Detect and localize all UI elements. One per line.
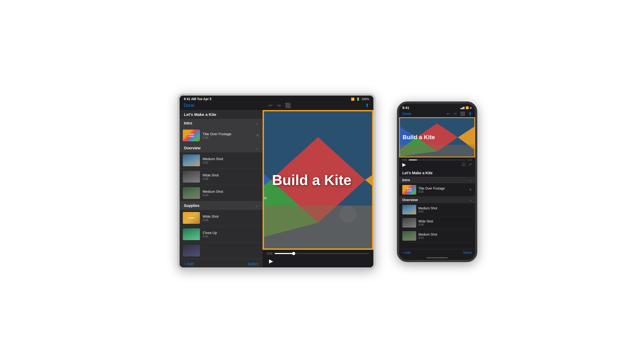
ipad-clip-supplies-3[interactable] <box>180 243 263 259</box>
iphone-bottom-bar: + Add Select <box>399 249 475 256</box>
iphone-play-button[interactable]: ▶ <box>402 162 406 168</box>
iphone-progress-bar[interactable] <box>409 160 466 160</box>
ipad-section-overview[interactable]: Overview ⌄ <box>180 144 263 152</box>
ipad-clip-name-sup2: Close Up <box>203 231 259 235</box>
iphone-device: 9:41 📶 ▰ Done ↩ ↪ ⬛ ⬆ <box>397 101 477 262</box>
ipad-clip-overview-2[interactable]: Wide Shot 0:08 <box>180 169 263 185</box>
ipad-play-button[interactable]: ▶ <box>267 257 275 265</box>
iphone-list: Let's Make a Kite Intro ⌄ Builda Kite Ti… <box>399 169 475 249</box>
wifi-icon: 📶 <box>351 97 355 101</box>
ipad-status-right: 📶 🔋 100% <box>351 97 369 101</box>
ipad-clip-name-ov3: Medium Shot <box>203 190 259 194</box>
ipad-clip-duration-ov1: 0:02 <box>203 161 259 164</box>
iphone-edit-icon-intro[interactable]: ✎ <box>469 188 472 192</box>
iphone-clip-overview-2[interactable]: Wide Shot 0:08 <box>399 216 475 229</box>
ipad-video-frame: Build a Kite <box>263 110 373 250</box>
signal-bar-3 <box>463 107 463 109</box>
clip-icon[interactable]: ⬛ <box>285 103 291 108</box>
ipad-clip-duration-ov2: 0:08 <box>203 177 259 180</box>
ipad-video-content: Build a Kite <box>264 111 372 248</box>
iphone-clip-thumb-ov2 <box>402 218 416 228</box>
ipad-clip-name-sup1: Wide Shot <box>203 214 259 218</box>
ipad-clip-info-sup2: Close Up 0:04 <box>203 231 259 238</box>
ipad-section-intro[interactable]: Intro ⌄ <box>180 119 263 127</box>
battery-icon: 🔋 <box>356 97 360 101</box>
iphone-done-button[interactable]: Done <box>402 112 411 116</box>
ipad-clip-supplies-2[interactable]: Close Up 0:04 <box>180 226 263 243</box>
iphone-progress-fill <box>409 160 417 160</box>
ipad-select-button[interactable]: Select <box>248 262 258 266</box>
iphone-clip-name-ov3: Medium Shot <box>418 233 472 236</box>
iphone-fullscreen-icon[interactable]: ⤢ <box>469 162 472 167</box>
ipad-clip-name-1: Title Over Footage <box>203 132 253 136</box>
ipad-section-intro-title: Intro <box>184 121 192 125</box>
ipad-clip-overview-3[interactable]: Medium Shot 0:03 <box>180 185 263 201</box>
ipad-clip-overview-1[interactable]: Medium Shot 0:02 <box>180 152 263 169</box>
iphone-play-row: ▶ ⓘ ⤢ <box>402 161 472 168</box>
iphone-clip-thumb-intro: Builda Kite <box>402 185 416 195</box>
ipad-thumb-partial <box>183 245 200 256</box>
iphone-clip-thumb-ov1 <box>402 205 416 214</box>
iphone-section-overview-title: Overview <box>402 198 418 202</box>
ipad-preview-area: Build a Kite 0:02 <box>263 110 373 267</box>
undo-icon[interactable]: ↩ <box>268 103 272 108</box>
ipad-play-controls: ▶ <box>267 257 369 265</box>
iphone-section-overview[interactable]: Overview ⌄ <box>399 196 475 203</box>
ipad-sidebar: Let's Make a Kite Intro ⌄ Builda Kite <box>180 110 263 267</box>
ipad-progress-bar[interactable] <box>275 253 369 254</box>
ipad-clip-info-1: Title Over Footage 0:05 <box>203 132 253 139</box>
ipad-clip-thumb-kite: Builda Kite <box>183 130 200 141</box>
iphone-undo-icon[interactable]: ↩ <box>447 111 450 116</box>
iphone-clip-duration-ov3: 0:03 <box>418 236 472 239</box>
iphone-select-button[interactable]: Select <box>463 251 472 255</box>
iphone-video-frame: Build a Kite <box>399 117 475 157</box>
iphone-clip-info-ov3: Medium Shot 0:03 <box>418 233 472 239</box>
iphone-clip-intro-1[interactable]: Builda Kite Title Over Footage 0:05 ✎ <box>399 183 475 196</box>
iphone-time: 9:41 <box>402 106 409 110</box>
ipad-clip-duration-sup2: 0:04 <box>203 235 259 238</box>
ipad-section-overview-title: Overview <box>184 146 200 150</box>
iphone-info-icon[interactable]: ⓘ <box>462 162 465 167</box>
iphone-toolbar-actions: ↩ ↪ ⬛ ⬆ <box>447 111 472 116</box>
redo-icon[interactable]: ↪ <box>277 103 281 108</box>
iphone-clip-info-ov1: Medium Shot 0:02 <box>418 206 472 213</box>
ipad-progress-time: 0:02 <box>267 252 272 255</box>
iphone-clip-icon[interactable]: ⬛ <box>460 111 465 116</box>
iphone-battery-icon: ▰ <box>470 106 472 109</box>
iphone-clip-duration-ov1: 0:02 <box>418 210 472 213</box>
ipad-clip-info-ov3: Medium Shot 0:03 <box>203 190 259 197</box>
ipad-clip-duration-sup1: 0:05 <box>203 218 259 222</box>
iphone-project-title: Let's Make a Kite <box>399 169 475 177</box>
iphone-redo-icon[interactable]: ↪ <box>453 111 457 116</box>
ipad-section-supplies[interactable]: Supplies ⌄ <box>180 201 263 210</box>
ipad-share-button[interactable]: ⬆ <box>365 103 369 108</box>
iphone-wifi-icon: 📶 <box>465 106 469 109</box>
ipad-clip-info-ov1: Medium Shot 0:02 <box>203 157 259 164</box>
ipad-section-supplies-title: Supplies <box>184 203 199 208</box>
iphone-clip-name-ov1: Medium Shot <box>418 206 472 210</box>
ipad-clip-edit-icon-1[interactable]: ✎ <box>256 133 259 138</box>
ipad-toolbar: Done ↩ ↪ ⬛ ⬆ <box>180 101 373 110</box>
home-bar <box>426 257 448 258</box>
iphone-clip-overview-1[interactable]: Medium Shot 0:02 <box>399 203 475 216</box>
iphone-home-indicator <box>399 256 475 260</box>
ipad-add-button[interactable]: + Add <box>184 262 194 266</box>
iphone-status-bar: 9:41 📶 ▰ <box>399 104 475 111</box>
svg-point-7 <box>339 206 357 223</box>
ipad-playback-controls: 0:02 ▶ <box>263 250 373 267</box>
ipad-progress-fill <box>275 253 294 254</box>
ipad-clip-supplies-1[interactable]: Supplies Wide Shot 0:05 <box>180 210 263 226</box>
ipad-thumb-wide-2: Supplies <box>183 212 200 224</box>
iphone-playback: 0:02 1:11 ▶ ⓘ ⤢ <box>399 157 475 169</box>
ipad-done-button[interactable]: Done <box>184 103 194 108</box>
iphone-overview-chevron: ⌄ <box>469 198 472 202</box>
iphone-controls-right: ⓘ ⤢ <box>462 162 472 167</box>
iphone-clip-overview-3[interactable]: Medium Shot 0:03 <box>399 229 475 243</box>
iphone-progress-start: 0:02 <box>402 158 407 161</box>
ipad-clip-info-sup1: Wide Shot 0:05 <box>203 214 259 222</box>
signal-bar-4 <box>464 107 464 109</box>
iphone-section-intro[interactable]: Intro ⌄ <box>399 177 475 183</box>
ipad-clip-title-over-footage[interactable]: Builda Kite Title Over Footage 0:05 ✎ <box>180 127 263 144</box>
iphone-share-icon[interactable]: ⬆ <box>468 111 472 116</box>
iphone-add-button[interactable]: + Add <box>402 251 411 255</box>
